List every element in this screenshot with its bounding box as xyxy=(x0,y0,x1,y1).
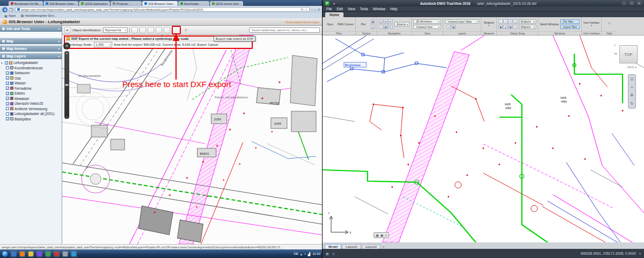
home-icon[interactable]: ⌂ xyxy=(314,8,317,11)
cad-drawing-area[interactable]: Bürglistrasse xyxy=(323,35,644,242)
map-canvas[interactable]: Zeughausareal/pla Bürglistrasse Freizeit… xyxy=(62,35,322,244)
expander-icon[interactable]: ▾ xyxy=(1,61,4,64)
layer-properties-icon[interactable]: ▦ xyxy=(451,25,456,29)
downloads-icon[interactable]: ↓ xyxy=(311,8,313,11)
layer-state-dropdown[interactable]: Unsaved Layer State▾ xyxy=(445,19,479,24)
midpoint-dropdown[interactable]: Midpoint▾ xyxy=(519,25,536,29)
browser-tab[interactable]: Bundesamt für Ra... xyxy=(9,1,43,6)
forward-button[interactable]: ▶ xyxy=(9,8,13,12)
panel-header-map-themes[interactable]: Map themes▾ xyxy=(0,46,62,52)
snap-perpendicular-icon[interactable]: ⊥ xyxy=(503,19,508,24)
layer-item[interactable]: ✓Abwasser xyxy=(1,96,61,102)
layer-checkbox[interactable]: ✓ xyxy=(6,92,9,95)
browser-tab[interactable]: Downloads xyxy=(178,1,209,6)
measure-button[interactable]: Measure▾ xyxy=(483,21,495,27)
print-button[interactable] xyxy=(131,27,138,33)
volume-icon[interactable]: ♪ xyxy=(304,252,306,255)
layer-item[interactable]: ✓Gas xyxy=(1,76,61,81)
dwg-convert-button[interactable]: DWG Convert xyxy=(338,23,354,26)
zoom-handle[interactable] xyxy=(65,84,69,86)
menu-help[interactable]: Help xyxy=(390,7,397,11)
minimize-button[interactable]: – xyxy=(621,1,627,5)
menu-window[interactable]: Window xyxy=(373,7,385,11)
zoom-in-icon[interactable]: ⊕ xyxy=(384,19,388,24)
steering-wheel-icon[interactable]: ◎ xyxy=(630,77,633,81)
status-grid-icon[interactable]: ▦ xyxy=(326,252,329,255)
marker-button[interactable] xyxy=(156,27,162,33)
named-view-dropdown[interactable]: Unsaved View▾ xyxy=(413,25,441,29)
layers-button[interactable] xyxy=(164,27,170,33)
menu-icon[interactable]: ≡ xyxy=(318,8,320,11)
layer-item[interactable]: ✓Swisscom xyxy=(1,70,61,76)
maximize-button[interactable]: □ xyxy=(629,1,634,5)
layer-checkbox[interactable]: ✓ xyxy=(6,102,9,105)
layer-item[interactable]: ✓Fernwärme xyxy=(1,86,61,91)
layer-checkbox[interactable]: ✓ xyxy=(6,117,9,120)
cad-drawing[interactable]: Bürglistrasse xyxy=(323,35,644,242)
status-snap-icon[interactable]: ◎ xyxy=(332,252,335,255)
collapse-icon[interactable]: ▾ xyxy=(58,27,60,31)
collapse-icon[interactable]: ▾ xyxy=(58,47,60,51)
tab-home[interactable]: Home xyxy=(325,12,343,17)
taskbar-app-icon[interactable] xyxy=(19,250,26,257)
new-layout-button[interactable]: + xyxy=(381,245,386,249)
taskbar-app-icon[interactable] xyxy=(45,250,52,257)
viewcube-west-label[interactable]: W xyxy=(614,52,617,55)
plot-button[interactable]: Plot xyxy=(357,23,369,26)
qat-caret-icon[interactable]: ▾ xyxy=(333,2,335,5)
reload-icon[interactable]: ↻ xyxy=(301,8,303,11)
zoom-out-icon[interactable]: − xyxy=(66,115,68,118)
collapse-icon[interactable]: ▾ xyxy=(58,55,60,58)
close-button[interactable]: × xyxy=(636,1,642,5)
document-button[interactable] xyxy=(140,27,146,33)
viewcube-wcs-menu[interactable]: WCS▾ xyxy=(627,66,636,69)
taskbar-app-icon[interactable] xyxy=(36,250,43,257)
help-button[interactable]: ? xyxy=(603,23,615,25)
layer-checkbox[interactable]: ✓ xyxy=(6,71,9,75)
zoom-out-icon[interactable]: ⊖ xyxy=(389,19,393,24)
taskbar-app-icon[interactable] xyxy=(10,250,17,257)
header-link[interactable]: Nutzungsplanänderungen xyxy=(286,20,319,24)
network-icon[interactable]: ▟ xyxy=(308,252,311,256)
browser-tab-active[interactable]: GIS-Browser Uster... xyxy=(142,1,177,6)
dxf-export-button[interactable] xyxy=(172,26,181,34)
toolbar-square-icon[interactable]: ▣ xyxy=(380,233,384,237)
layer-isolate-icon[interactable]: ◇ xyxy=(447,25,451,29)
menu-edit[interactable]: Edit xyxy=(336,7,342,11)
collapse-icon[interactable]: ▾ xyxy=(58,40,60,43)
layer-item[interactable]: ✓Basispläne xyxy=(1,117,61,122)
layer-checkbox[interactable]: ✓ xyxy=(5,61,8,64)
menu-tools[interactable]: Tools xyxy=(360,7,368,11)
back-button[interactable]: ◀ xyxy=(2,7,8,12)
user-interface-button[interactable]: User Interface▾ xyxy=(583,21,599,27)
preview-icon[interactable]: ◎ xyxy=(371,25,375,29)
layer-item[interactable]: ✓Wasser xyxy=(1,81,61,86)
panel-header-map-layers[interactable]: Map Layers▾ xyxy=(0,53,62,59)
pan-icon[interactable]: + xyxy=(631,85,633,89)
menu-view[interactable]: View xyxy=(348,7,355,11)
start-button[interactable] xyxy=(2,250,9,257)
layer-checkbox[interactable] xyxy=(6,66,9,69)
batch-plot-icon[interactable]: ▣ xyxy=(371,19,375,24)
layout-tabs-toggle[interactable]: Layout Tabs xyxy=(560,25,580,29)
url-bar[interactable]: webgis.uster.ch/maps/liegenschaften_stad… xyxy=(15,7,310,12)
snap-plus-icon[interactable]: + xyxy=(513,25,517,29)
taskbar-app-icon[interactable] xyxy=(53,250,60,257)
bookmark-item[interactable]: Handelsregister Eint... xyxy=(21,14,56,17)
map-search-box[interactable] xyxy=(249,27,320,33)
viewcube-home-icon[interactable]: ⌂ xyxy=(614,43,616,47)
taskbar-app-icon[interactable] xyxy=(27,250,34,257)
zoom-slider[interactable]: + − xyxy=(64,51,69,119)
tab-model[interactable]: Model xyxy=(325,244,341,249)
browser-tab[interactable]: QGIS server tutor... xyxy=(210,1,243,6)
bookmark-apps[interactable]: ▦Apps xyxy=(4,14,16,18)
snap-grid-icon[interactable]: ▦ xyxy=(508,25,513,29)
scale-select[interactable]: 1:250▾ xyxy=(94,42,112,47)
layer-checkbox[interactable]: ✓ xyxy=(6,87,9,90)
layer-checkbox[interactable]: ✓ xyxy=(6,97,9,100)
menu-file[interactable]: File xyxy=(326,7,332,11)
layer-root[interactable]: ▾✓Leitungskataster xyxy=(1,60,61,66)
zoom-extents-dropdown[interactable]: Extents▾ xyxy=(394,22,409,26)
layer-checkbox[interactable]: ✓ xyxy=(6,76,9,80)
status-options-icon[interactable]: ▾ xyxy=(639,252,641,255)
